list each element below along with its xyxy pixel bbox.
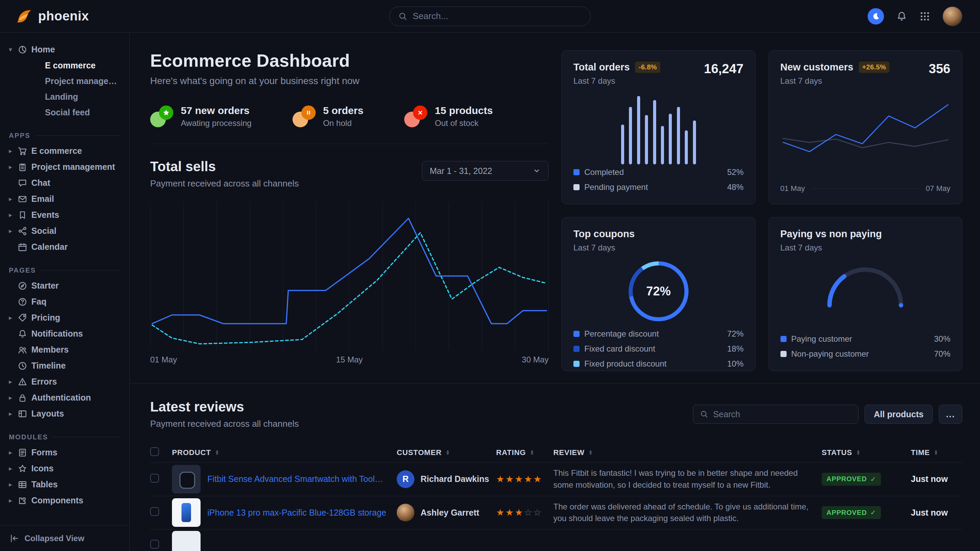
col-header-rating[interactable]: RATING▲▼ [496,448,553,457]
total-sells-x-axis: 01 May 15 May 30 May [150,355,549,365]
legend-item-pending-payment: Pending payment48% [573,181,744,193]
sidebar-item-e-commerce[interactable]: ▸E commerce [0,143,129,159]
x-label-end: 07 May [926,184,950,193]
stat-item-on-hold: 5 ordersOn hold [293,105,363,128]
caret-icon: ▸ [9,378,18,386]
calendar-icon [18,242,31,252]
sidebar-item-events[interactable]: ▸Events [0,207,129,223]
sidebar-item-email[interactable]: ▸Email [0,191,129,207]
sidebar-item-label: Timeline [31,361,66,371]
legend-swatch [573,169,579,175]
topbar-search[interactable] [389,6,591,26]
moon-icon [871,12,880,21]
stats-row: 57 new ordersAwating processing5 ordersO… [150,105,549,128]
sidebar-item-pricing[interactable]: ▸Pricing [0,310,129,326]
search-icon [398,12,407,21]
sidebar-item-label: Authentication [31,393,91,403]
legend-item-percentage-discount: Percentage discount72% [573,328,744,340]
sidebar-item-forms[interactable]: ▸Forms [0,445,129,460]
latest-reviews-section: Latest reviews Payment received across a… [150,384,962,551]
search-input[interactable] [413,11,582,21]
row-checkbox[interactable] [150,540,159,549]
star-icon: ★ [505,507,514,518]
sort-icon: ▲▼ [856,450,861,456]
sidebar-item-home[interactable]: ▾Home [0,41,129,57]
sidebar-item-authentication[interactable]: ▸Authentication [0,390,129,406]
legend-value: 18% [727,344,743,354]
order-bar [629,107,632,164]
paying-period: Last 7 days [780,243,951,252]
collapsed-view-button[interactable]: Collapsed View [0,525,129,551]
sidebar-item-social[interactable]: ▸Social [0,223,129,239]
col-header-label: CUSTOMER [397,448,442,457]
order-bar [685,130,688,165]
tag-icon [18,313,31,322]
sidebar-item-label: Notifications [31,329,83,339]
sidebar-item-chat[interactable]: Chat [0,175,129,191]
sidebar-item-tables[interactable]: ▸Tables [0,476,129,492]
user-avatar[interactable] [943,6,962,26]
sidebar-item-label: E commerce [31,146,82,156]
col-header-time[interactable]: TIME▲▼ [911,448,962,457]
check-icon: ✓ [870,508,877,517]
product-link[interactable]: Fitbit Sense Advanced Smartwatch with To… [207,474,387,484]
apps-grid-icon[interactable] [920,11,930,22]
notifications-bell-icon[interactable] [896,11,907,22]
legend-label: Percentage discount [584,329,659,339]
sidebar-item-notifications[interactable]: Notifications [0,326,129,342]
reviews-search-input[interactable] [713,410,851,419]
sidebar-item-layouts[interactable]: ▸Layouts [0,406,129,422]
sidebar-item-label: Events [31,210,59,220]
sidebar-item-label: Icons [31,464,54,473]
status-badge: APPROVED✓ [822,473,881,486]
reviews-search[interactable] [693,405,858,424]
sidebar-item-label: Social feed [45,108,90,118]
sort-icon: ▲▼ [215,450,219,456]
product-link[interactable]: iPhone 13 pro max-Pacific Blue-128GB sto… [207,508,386,518]
star-icon: ★ [524,474,533,484]
col-header-review[interactable]: REVIEW▲▼ [553,448,822,457]
table-row [150,530,962,551]
sidebar-item-calendar[interactable]: Calendar [0,239,129,255]
order-bar [645,115,648,164]
sidebar-item-faq[interactable]: Faq [0,294,129,310]
sidebar-item-timeline[interactable]: Timeline [0,358,129,374]
sidebar-item-members[interactable]: Members [0,342,129,358]
sidebar-item-label: Social [31,226,57,236]
theme-toggle-button[interactable] [868,8,884,24]
select-all-checkbox[interactable] [150,447,159,456]
sidebar-item-components[interactable]: ▸Components [0,492,129,508]
new-customers-title: New customers [780,62,853,73]
sidebar-item-project-management[interactable]: ▸Project management [0,159,129,175]
total-sells-subtitle: Payment received across all channels [150,178,299,189]
sidebar-item-project-management[interactable]: Project management [0,73,129,89]
caret-icon: ▸ [9,211,18,219]
sidebar-item-icons[interactable]: ▸Icons [0,460,129,476]
new-customers-chart [780,91,951,181]
row-checkbox[interactable] [150,507,159,516]
sidebar-item-errors[interactable]: ▸Errors [0,374,129,390]
sidebar-item-label: Components [31,495,83,505]
col-header-customer[interactable]: CUSTOMER▲▼ [397,448,496,457]
caret-icon: ▸ [9,314,18,322]
sidebar-item-label: Project management [45,76,121,86]
col-header-label: PRODUCT [172,448,211,457]
sidebar-item-starter[interactable]: Starter [0,278,129,294]
sidebar-item-social-feed[interactable]: Social feed [0,105,129,120]
col-header-status[interactable]: STATUS▲▼ [822,448,911,457]
more-options-button[interactable]: ... [939,405,962,424]
axis-line [811,189,920,189]
sidebar-item-label: Home [31,44,55,54]
sidebar-item-landing[interactable]: Landing [0,89,129,105]
lock-icon [18,393,31,403]
brand[interactable]: phoenix [15,8,89,25]
star-icon: ☆ [533,507,542,518]
col-header-product[interactable]: PRODUCT▲▼ [172,448,397,457]
compass-icon [18,281,31,291]
all-products-button[interactable]: All products [865,405,933,424]
legend-label: Paying customer [791,334,852,344]
col-header-label: RATING [496,448,526,457]
sidebar-item-e-commerce[interactable]: E commerce [0,57,129,73]
date-range-select[interactable]: Mar 1 - 31, 2022 [422,161,549,181]
row-checkbox[interactable] [150,474,159,483]
